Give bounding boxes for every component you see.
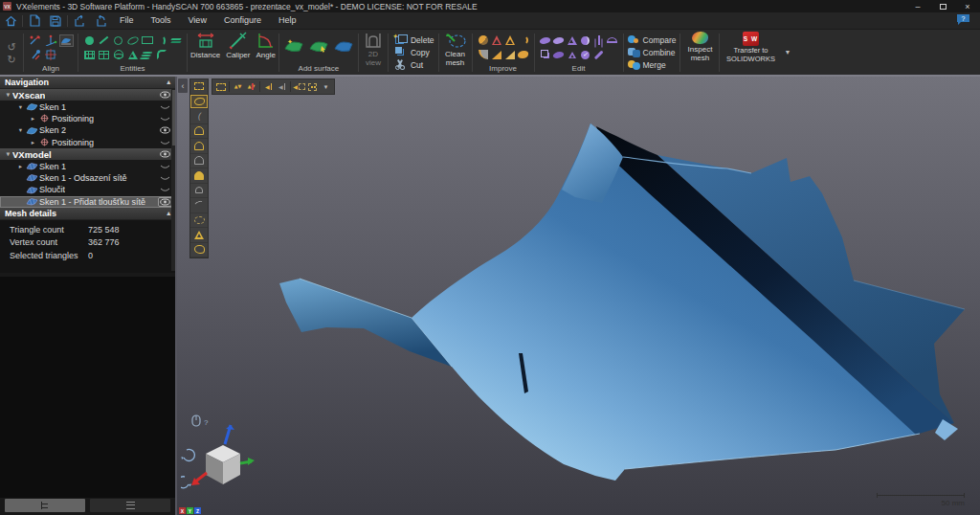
menu-tools[interactable]: Tools — [143, 12, 180, 29]
boolean-icon[interactable] — [538, 49, 552, 61]
visibility-eye-icon[interactable] — [158, 102, 172, 112]
tree-expander-icon[interactable]: ▾ — [4, 150, 12, 158]
nav-tree-item[interactable]: ▸Positioning — [0, 137, 175, 148]
minimize-button[interactable]: – — [905, 0, 930, 12]
refine-icon[interactable] — [502, 49, 517, 61]
tree-expander-icon[interactable]: ▸ — [29, 115, 37, 123]
entity-line-icon[interactable] — [97, 34, 111, 47]
brush-outline-icon[interactable] — [190, 184, 208, 199]
entity-grid-icon[interactable] — [82, 49, 97, 61]
entity-arc-icon[interactable] — [154, 34, 168, 47]
caliper-button[interactable]: Caliper — [223, 30, 253, 75]
nav-tree-item[interactable]: ▾Sken 1 — [0, 101, 175, 112]
nav-tree-item[interactable]: ▾VXmodel — [0, 148, 175, 160]
entity-ellipse-icon[interactable] — [125, 34, 140, 47]
triangle-selection-icon[interactable] — [190, 228, 208, 243]
fill-partial-icon[interactable] — [476, 49, 490, 61]
tree-expander-icon[interactable]: ▾ — [16, 126, 25, 134]
entity-sphere-icon[interactable] — [111, 49, 125, 61]
flip-selection-gray-icon[interactable]: ◀ — [276, 80, 288, 93]
entity-plane-icon[interactable] — [168, 34, 183, 47]
pin-target-icon[interactable] — [29, 49, 43, 61]
nav-tree-item[interactable]: ▾VXscan — [0, 89, 175, 101]
viewport-3d[interactable]: ‹ ( ▲▼▲▼◀◀◀▼ ? — [177, 77, 980, 515]
waterproof-icon[interactable]: ✓ — [578, 49, 592, 61]
move-mesh-icon[interactable] — [591, 34, 606, 47]
clean-mesh-button[interactable]: Clean mesh — [439, 30, 472, 75]
feedback-bubble-icon[interactable]: ? — [956, 12, 970, 30]
blob-selection-icon[interactable] — [190, 243, 208, 258]
tree-expander-icon[interactable]: ▸ — [16, 163, 25, 170]
tree-expander-icon[interactable]: ▾ — [4, 91, 12, 99]
entity-point-icon[interactable] — [82, 34, 97, 47]
axis-align-icon[interactable] — [44, 34, 58, 47]
tree-view-button[interactable] — [5, 499, 85, 512]
nav-tree-item[interactable]: Sken 1 - Přidat tloušťku sítě — [0, 196, 175, 208]
fix-spikes-icon[interactable] — [489, 34, 503, 47]
offset-mesh-icon[interactable] — [551, 49, 566, 61]
nav-tree-item[interactable]: Sloučit — [0, 184, 175, 195]
nav-tree-item[interactable]: Sken 1 - Odsazení sítě — [0, 172, 175, 184]
entity-cone-icon[interactable] — [125, 49, 140, 61]
cut-button[interactable]: Cut — [392, 59, 434, 71]
visibility-eye-icon[interactable] — [158, 138, 172, 147]
unroll-icon[interactable] — [605, 34, 619, 47]
target-frame-icon[interactable] — [44, 49, 58, 61]
select-through-icon[interactable]: ▲▼ — [245, 80, 257, 93]
inspect-mesh-button[interactable]: Inspect mesh — [680, 30, 719, 75]
curve-selection-icon[interactable] — [190, 198, 208, 213]
import-session-icon[interactable] — [69, 13, 90, 29]
merge-button[interactable]: Merge — [628, 59, 677, 71]
ellipse-selection-icon[interactable] — [190, 213, 208, 229]
freeform-selection-icon[interactable] — [190, 95, 208, 110]
visibility-eye-icon[interactable] — [158, 162, 172, 171]
brush-filled-icon[interactable] — [190, 168, 208, 184]
entity-slot-icon[interactable] — [97, 49, 111, 61]
polyline-selection-icon[interactable]: ( — [190, 109, 208, 124]
visibility-eye-icon[interactable] — [158, 90, 172, 100]
remesh-icon[interactable] — [551, 34, 566, 47]
visibility-eye-icon[interactable] — [158, 125, 172, 135]
menu-view[interactable]: View — [180, 12, 215, 29]
prealign-icon[interactable] — [29, 34, 43, 47]
angle-button[interactable]: Angle — [253, 30, 278, 75]
brush-medium-icon[interactable] — [190, 139, 208, 154]
fix-triangles-icon[interactable] — [502, 34, 517, 47]
collapse-navigation-icon[interactable]: ▴ — [167, 78, 170, 86]
visibility-eye-icon[interactable] — [158, 173, 172, 183]
best-fit-align-icon[interactable] — [59, 34, 74, 47]
nav-tree-item[interactable]: ▸Positioning — [0, 113, 175, 124]
entity-circle-icon[interactable] — [111, 34, 125, 47]
smooth-boundary-icon[interactable] — [516, 34, 530, 47]
close-button[interactable]: × — [955, 0, 980, 12]
visibility-eye-icon[interactable] — [158, 197, 172, 207]
new-session-icon[interactable] — [24, 13, 45, 29]
compare-button[interactable]: Compare — [628, 34, 677, 46]
navigation-panel-header[interactable]: Navigation ▴ — [0, 77, 175, 89]
collapse-mesh-details-icon[interactable]: ▴ — [167, 210, 170, 217]
distance-button[interactable]: Distance — [188, 30, 223, 75]
selection-options-icon[interactable]: ▼ — [320, 80, 332, 93]
undo-button[interactable]: ↺ — [4, 42, 19, 53]
smooth-mesh-icon[interactable] — [538, 34, 552, 47]
marquee-selection-icon[interactable] — [190, 79, 208, 95]
current-selection-tool-icon[interactable] — [214, 80, 227, 93]
selection-markers-icon[interactable] — [306, 80, 319, 93]
entity-surface-stack-icon[interactable] — [140, 49, 154, 61]
brush-large-icon[interactable] — [190, 124, 208, 140]
home-icon[interactable] — [0, 13, 21, 29]
fill-holes-icon[interactable] — [476, 34, 490, 47]
visibility-eye-icon[interactable] — [158, 185, 172, 194]
brush-small-icon[interactable] — [190, 154, 208, 169]
add-surface-manual-icon[interactable] — [308, 38, 329, 57]
restore-button[interactable] — [930, 0, 955, 12]
list-view-button[interactable] — [90, 499, 170, 512]
select-visible-icon[interactable]: ▲▼ — [232, 80, 244, 93]
subdivide-icon[interactable] — [565, 49, 579, 61]
menu-help[interactable]: Help — [270, 12, 305, 29]
sketch-icon[interactable] — [591, 49, 606, 61]
save-session-icon[interactable] — [45, 13, 66, 29]
visibility-eye-icon[interactable] — [158, 149, 172, 159]
edit-triangles-icon[interactable] — [565, 34, 579, 47]
visibility-eye-icon[interactable] — [158, 114, 172, 123]
